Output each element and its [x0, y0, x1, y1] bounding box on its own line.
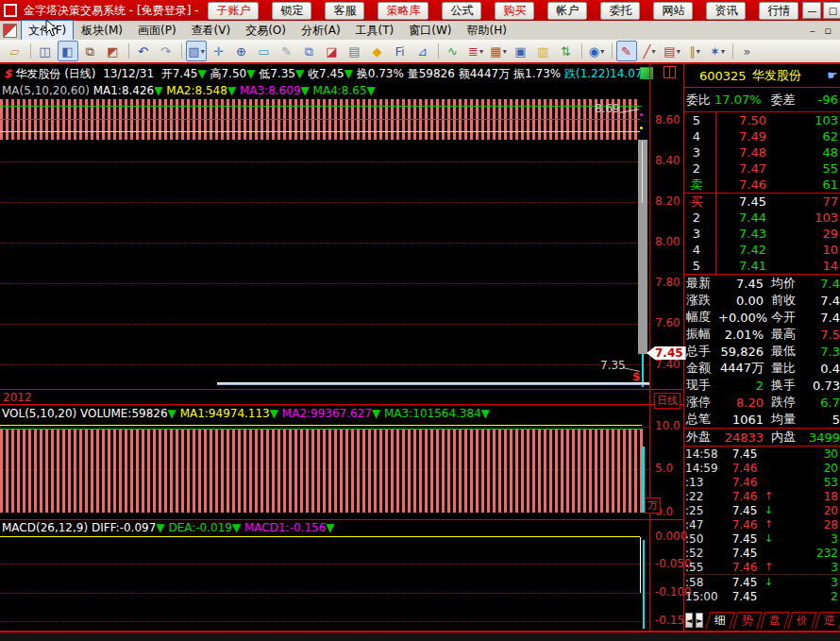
mark-chart-icon[interactable]: ◪ — [322, 41, 343, 61]
titlebar-button[interactable]: 公式 — [442, 2, 481, 20]
gridline — [0, 283, 649, 284]
scroll-icon[interactable]: ▥ — [533, 41, 554, 61]
menu-item[interactable]: 帮助(H) — [460, 20, 514, 42]
info-label: 最低 — [771, 343, 803, 360]
tick-price: 7.46 — [725, 518, 764, 531]
ma4-line — [0, 106, 642, 107]
menu-item[interactable]: 板块(M) — [74, 20, 130, 42]
draw-alarm-icon[interactable]: ✎ — [616, 41, 637, 61]
panel-tab[interactable]: 盘 — [761, 612, 790, 629]
fib-icon[interactable]: Fi — [390, 41, 411, 61]
page-setup-icon[interactable]: ◧ — [58, 41, 78, 61]
main-price-chart[interactable]: 8.69 7.35 $ — [0, 98, 649, 389]
design-icon[interactable]: ◩ — [103, 41, 124, 61]
tick-row: :52 7.45 232 — [684, 546, 840, 560]
edit-formula-icon[interactable]: ✎ — [277, 41, 297, 61]
alert-icon[interactable]: ◆ — [367, 41, 388, 61]
mdi-restore-icon[interactable]: ▫ — [825, 25, 832, 37]
buy-row[interactable]: 买 7.45 77 — [684, 194, 840, 210]
titlebar-button[interactable]: 帐户 — [547, 2, 587, 20]
app-icon[interactable] — [3, 3, 18, 18]
sell-row[interactable]: 3 7.48 48 — [684, 144, 840, 160]
tick-price: 7.46 — [725, 490, 764, 503]
vertical-scrollbar-thumb[interactable] — [638, 140, 647, 354]
buy-row[interactable]: 3 7.43 29 — [684, 226, 840, 242]
menu-item[interactable]: 工具(T) — [348, 20, 402, 42]
zoom-in-icon[interactable]: ⊕ — [231, 41, 252, 61]
period-select-icon[interactable]: ▧ ▾ — [186, 41, 207, 61]
toolbar-glyph: ⊕ — [236, 45, 246, 58]
buy-row[interactable]: 5 7.41 14 — [684, 258, 840, 274]
menu-item[interactable]: 窗口(W) — [401, 20, 459, 42]
mdi-minimize-icon[interactable]: – — [810, 25, 815, 37]
bid-volume: 103 — [797, 211, 840, 225]
titlebar-button[interactable]: 策略库 — [378, 2, 428, 20]
undo-icon[interactable]: ↶ — [133, 41, 154, 61]
maximize-button[interactable]: □ — [823, 2, 840, 19]
horizontal-scrollbar[interactable] — [217, 382, 649, 385]
bid-volume: 77 — [797, 194, 840, 209]
more-tools-icon[interactable]: » — [737, 41, 758, 61]
rays-icon[interactable]: ✶ ▾ — [707, 41, 728, 61]
panel-tab[interactable]: 逆 — [815, 612, 840, 629]
info-label: 跌停 — [771, 394, 803, 411]
titlebar-button[interactable]: 资讯 — [706, 2, 746, 20]
trendline-icon[interactable]: ╱ ▾ — [639, 41, 660, 61]
pointer-icon[interactable]: ☛ — [827, 68, 838, 82]
titlebar-button[interactable]: 客服 — [325, 2, 364, 20]
list-red-icon[interactable]: ≣ ▾ — [465, 41, 486, 61]
tab-scroll-right-button[interactable]: ► — [696, 613, 703, 628]
tick-list: 14:58 7.45 30 14:59 7.46 20 :13 7.46 53 … — [684, 447, 840, 603]
menu-item[interactable]: 画面(P) — [130, 20, 184, 42]
buy-row[interactable]: 2 7.44 103 — [684, 210, 840, 226]
macd-segment: ▼ — [156, 521, 168, 534]
titlebar-button[interactable]: 购买 — [495, 2, 534, 20]
ruler-icon[interactable]: ▭ — [254, 41, 275, 61]
redo-icon[interactable]: ↷ — [156, 41, 176, 61]
sell-row[interactable]: 5 7.50 103 — [684, 112, 840, 128]
blocks-icon[interactable]: ▦ ▾ — [488, 41, 509, 61]
print-icon[interactable]: ▤ — [344, 41, 365, 61]
title-bar: 金字塔决策交易系统 - [免费登录] - 子账户锁定客服策略库公式购买帐户委托网… — [0, 0, 840, 21]
monitor-icon[interactable]: ▣ — [511, 41, 531, 61]
tab-scroll-left-button[interactable]: ◄ — [685, 613, 693, 628]
period-label[interactable]: 日线 — [654, 393, 680, 409]
window-layout-icon[interactable]: ⧉ — [80, 41, 101, 61]
titlebar-button[interactable]: 网站 — [653, 2, 693, 20]
axes-chart-icon[interactable]: ⊿ — [412, 41, 433, 61]
vertical-lines-icon[interactable]: ∥ ▾ — [684, 41, 705, 61]
info-row: 涨停 8.20 跌停 6.7 — [684, 394, 840, 411]
menu-item[interactable]: 查看(V) — [184, 20, 239, 42]
mdi-child-icon[interactable] — [3, 24, 17, 38]
macd-chart[interactable] — [0, 535, 649, 631]
bid-volume: 14 — [797, 259, 840, 273]
open-folder-icon[interactable]: ▱ — [5, 41, 25, 61]
panel-tab[interactable]: 势 — [733, 612, 763, 629]
sell-row[interactable]: 卖 7.46 61 — [684, 177, 840, 193]
note-icon[interactable]: ▤ ▾ — [662, 41, 682, 61]
panel-tab[interactable]: 细 — [706, 612, 735, 629]
price-axis: 8.60 8.40 8.20 8.00 7.80 7.60 7.45 7.40 … — [650, 64, 683, 631]
help-globe-icon[interactable]: ◉ ▾ — [586, 41, 607, 61]
info-label: 总笔 — [684, 411, 718, 428]
minimize-button[interactable]: — — [802, 2, 821, 19]
volume-chart[interactable] — [0, 421, 649, 517]
ask-volume: 61 — [797, 177, 840, 192]
copy-objects-icon[interactable]: ⧉ — [299, 41, 320, 61]
import-export-icon[interactable]: ⇅ — [556, 41, 577, 61]
workspace-icon[interactable]: ◫ — [35, 41, 56, 61]
titlebar-button[interactable]: 行情 — [759, 2, 798, 20]
buy-row[interactable]: 4 7.42 10 — [684, 242, 840, 258]
sell-row[interactable]: 2 7.47 55 — [684, 160, 840, 177]
titlebar-button[interactable]: 子账户 — [208, 2, 259, 20]
menu-item[interactable]: 分析(A) — [294, 20, 348, 42]
panel-tab[interactable]: 价 — [788, 612, 817, 629]
ask-price: 7.49 — [709, 129, 797, 143]
menu-item[interactable]: 交易(O) — [238, 20, 294, 42]
titlebar-button[interactable]: 锁定 — [272, 2, 311, 20]
tick-time: :25 — [684, 504, 725, 517]
indicator-icon[interactable]: ∿ — [443, 41, 463, 61]
titlebar-button[interactable]: 委托 — [600, 2, 640, 20]
sell-row[interactable]: 4 7.49 62 — [684, 128, 840, 144]
pan-cross-icon[interactable]: ✛ — [209, 41, 229, 61]
